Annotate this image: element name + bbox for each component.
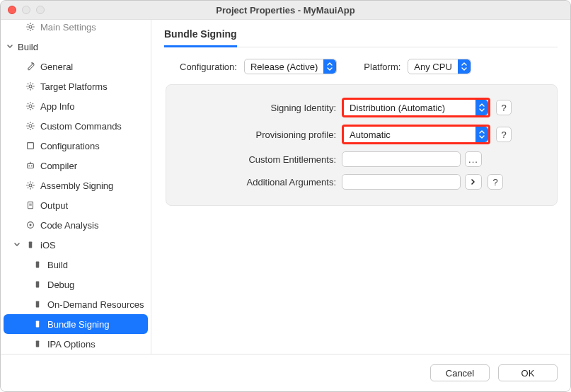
signing-identity-select[interactable]: Distribution (Automatic): [344, 100, 488, 115]
sidebar-item-configurations[interactable]: Configurations: [1, 136, 151, 156]
window-controls: [8, 6, 45, 14]
help-icon: ?: [501, 103, 506, 113]
minimize-window-button[interactable]: [22, 6, 30, 14]
arguments-label: Additional Arguments:: [180, 177, 342, 188]
signing-identity-value: Distribution (Automatic): [350, 103, 445, 113]
sidebar-group-label: iOS: [40, 240, 56, 250]
entitlements-input[interactable]: [342, 151, 461, 167]
sidebar-item-compiler[interactable]: Compiler: [1, 156, 151, 175]
wrench-icon: [25, 61, 36, 72]
sidebar-item-label: Compiler: [40, 161, 77, 171]
signing-identity-help-button[interactable]: ?: [496, 100, 512, 115]
sidebar-item-assembly-signing[interactable]: Assembly Signing: [1, 175, 151, 195]
sidebar-item-label: Build: [47, 260, 68, 270]
sidebar-item-target-platforms[interactable]: Target Platforms: [1, 76, 151, 96]
provisioning-highlight: Automatic: [342, 125, 490, 144]
signing-identity-highlight: Distribution (Automatic): [342, 98, 490, 117]
doc-icon: [25, 200, 36, 211]
window-title: Project Properties - MyMauiApp: [1, 5, 570, 16]
updown-icon: [475, 100, 488, 115]
entitlements-browse-button[interactable]: ...: [465, 151, 482, 167]
heading-row: Bundle Signing: [151, 20, 570, 47]
sidebar-item-label: IPA Options: [47, 339, 96, 350]
square-icon: [25, 140, 36, 151]
platform-select[interactable]: Any CPU: [408, 59, 471, 74]
footer: Cancel OK: [1, 354, 570, 391]
updown-icon: [323, 59, 336, 74]
cancel-button[interactable]: Cancel: [430, 364, 490, 381]
provisioning-value: Automatic: [350, 129, 391, 140]
close-window-button[interactable]: [8, 6, 16, 14]
sidebar-item-ios-build[interactable]: Build: [1, 255, 151, 275]
entitlements-label: Custom Entitlements:: [180, 154, 342, 165]
sidebar-item-output[interactable]: Output: [1, 195, 151, 215]
chevron-down-icon: [13, 241, 21, 248]
updown-icon: [458, 59, 471, 74]
sidebar-item-ios-bundle-signing[interactable]: Bundle Signing: [4, 314, 148, 334]
provisioning-help-button[interactable]: ?: [496, 127, 512, 142]
gear-icon: [25, 21, 36, 33]
gear-icon: [25, 100, 36, 112]
platform-value: Any CPU: [414, 62, 451, 72]
ok-label: OK: [521, 368, 535, 379]
gear-icon: [25, 120, 36, 132]
sidebar-group-ios[interactable]: iOS: [1, 235, 151, 255]
sidebar-item-label: Bundle Signing: [47, 319, 109, 330]
zoom-window-button[interactable]: [36, 6, 45, 14]
dialog-body: Main Settings Build General Target Platf…: [1, 20, 570, 354]
row-additional-arguments: Additional Arguments: ?: [180, 174, 543, 190]
configuration-select[interactable]: Release (Active): [244, 59, 337, 74]
help-icon: ?: [501, 129, 506, 140]
sidebar-item-custom-commands[interactable]: Custom Commands: [1, 116, 151, 136]
signing-identity-label: Signing Identity:: [180, 103, 342, 113]
row-custom-entitlements: Custom Entitlements: ...: [180, 151, 543, 167]
sidebar-item-general[interactable]: General: [1, 57, 151, 76]
sidebar-item-ios-odr[interactable]: On-Demand Resources: [1, 294, 151, 314]
arguments-input[interactable]: [342, 174, 461, 190]
sidebar-item-code-analysis[interactable]: Code Analysis: [1, 215, 151, 235]
sidebar-group-build[interactable]: Build: [1, 37, 151, 57]
provisioning-label: Provisioning profile:: [180, 129, 342, 140]
sidebar-item-label: Debug: [47, 279, 74, 290]
main-panel: Bundle Signing Configuration: Release (A…: [151, 20, 570, 354]
device-icon: [32, 318, 43, 330]
window: Project Properties - MyMauiApp Main Sett…: [0, 0, 571, 392]
target-icon: [25, 219, 36, 231]
configuration-value: Release (Active): [250, 62, 318, 72]
ellipsis-icon: ...: [468, 154, 478, 165]
sidebar-item-label: Custom Commands: [40, 121, 122, 132]
form-panel: Signing Identity: Distribution (Automati…: [166, 84, 558, 206]
device-icon: [32, 299, 43, 310]
sidebar-item-label: Output: [40, 200, 68, 211]
gear-icon: [25, 180, 36, 191]
row-signing-identity: Signing Identity: Distribution (Automati…: [180, 98, 543, 117]
device-icon: [32, 338, 43, 350]
sidebar-item-label: Main Settings: [40, 22, 96, 33]
ok-button[interactable]: OK: [498, 364, 558, 381]
arguments-help-button[interactable]: ?: [488, 174, 503, 190]
config-bar: Configuration: Release (Active) Platform…: [151, 47, 570, 84]
provisioning-select[interactable]: Automatic: [344, 127, 488, 142]
gear-icon: [25, 81, 36, 92]
sidebar-item-label: App Info: [40, 101, 74, 112]
sidebar-group-label: Build: [18, 42, 38, 52]
device-icon: [32, 279, 43, 290]
help-icon: ?: [492, 177, 497, 188]
sidebar-item-label: On-Demand Resources: [47, 299, 144, 310]
sidebar-item-label: Assembly Signing: [40, 180, 113, 191]
platform-label: Platform:: [364, 62, 400, 72]
arguments-go-button[interactable]: [465, 174, 482, 190]
cancel-label: Cancel: [446, 368, 474, 379]
robot-icon: [25, 160, 36, 171]
configuration-label: Configuration:: [180, 62, 237, 72]
row-provisioning-profile: Provisioning profile: Automatic ?: [180, 125, 543, 144]
sidebar-item-label: Configurations: [40, 141, 100, 151]
device-icon: [32, 259, 43, 270]
sidebar-item-app-info[interactable]: App Info: [1, 96, 151, 116]
sidebar-item-label: Code Analysis: [40, 220, 98, 231]
chevron-right-icon: [470, 178, 477, 185]
sidebar-item-ios-debug[interactable]: Debug: [1, 275, 151, 294]
sidebar-item-main-settings[interactable]: Main Settings: [1, 20, 151, 37]
page-heading: Bundle Signing: [164, 28, 237, 47]
sidebar-item-ios-ipa-options[interactable]: IPA Options: [1, 334, 151, 354]
